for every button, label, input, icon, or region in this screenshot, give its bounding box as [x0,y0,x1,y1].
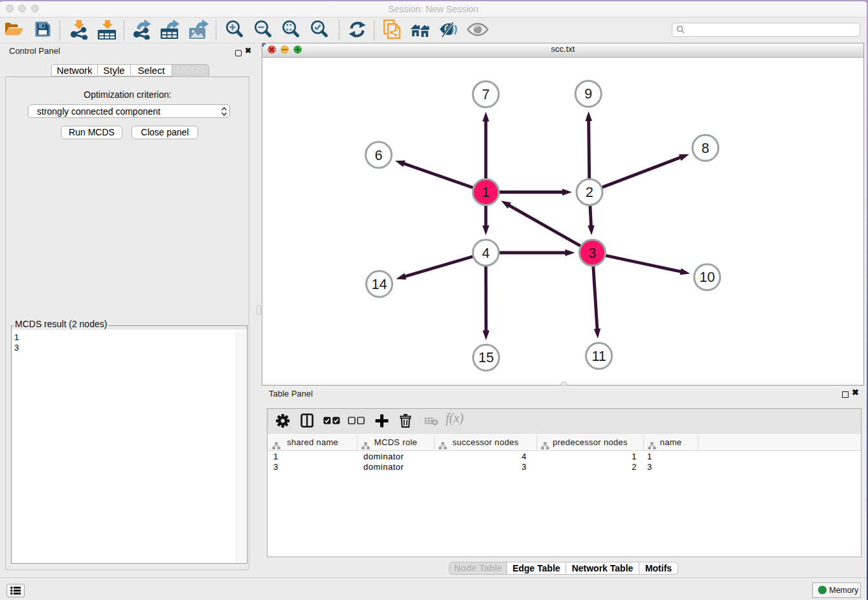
svg-text:11: 11 [591,349,606,364]
svg-text:3: 3 [589,246,597,261]
svg-text:8: 8 [702,141,709,156]
svg-text:10: 10 [700,270,715,285]
svg-text:1: 1 [482,185,490,200]
svg-text:15: 15 [478,350,494,365]
svg-text:6: 6 [375,148,383,163]
svg-text:9: 9 [584,86,592,102]
svg-text:2: 2 [586,185,593,200]
svg-text:4: 4 [482,246,490,261]
svg-text:14: 14 [372,277,387,292]
svg-text:7: 7 [482,87,490,102]
